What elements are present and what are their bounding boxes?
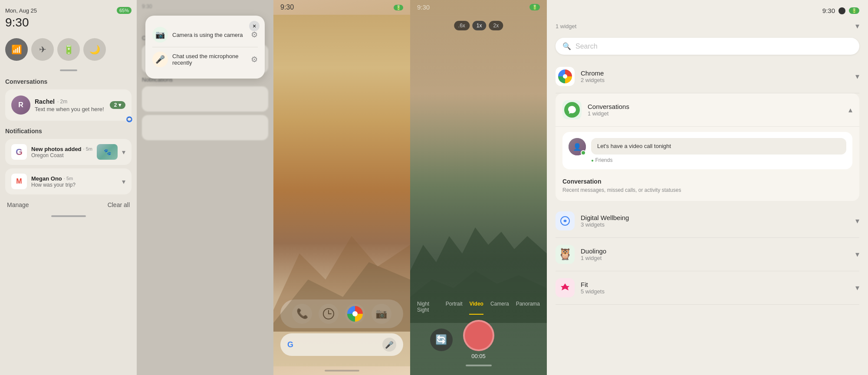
chrome-chevron-icon[interactable]: ▾	[855, 72, 859, 81]
zoom-06x[interactable]: .6x	[454, 21, 470, 30]
fit-widget-item[interactable]: Fit 5 widgets ▾	[556, 271, 859, 305]
avatar-rachel: R 💬	[11, 95, 30, 115]
notification-panel: Mon, Aug 25 65% 9:30 📶 ✈ 🔋 🌙 Conversatio…	[0, 0, 137, 375]
home-time: 9:30	[280, 3, 294, 11]
prev-widget-label: 1 widget	[556, 23, 576, 30]
camera-flip-button[interactable]: 🔄	[430, 329, 453, 351]
camera-mode-tabs: Night Sight Portrait Video Camera Panora…	[417, 299, 540, 315]
preview-message-content: Let's have a video call tonight ● Friend…	[591, 138, 846, 163]
camera-permission-text: Camera is using the camera	[172, 32, 247, 38]
duolingo-chevron-icon[interactable]: ▾	[855, 250, 859, 259]
zoom-1x[interactable]: 1x	[472, 21, 487, 30]
camera-shutter-controls: 🔄 00:05	[417, 320, 540, 359]
camera-status-bar: 9:30 🔋	[410, 0, 547, 14]
google-g-icon: G	[287, 340, 293, 349]
mountain-svg	[273, 201, 410, 332]
preview-message-bubble: Let's have a video call tonight	[591, 138, 846, 155]
home-status-bar: 9:30 🔋	[273, 0, 410, 15]
conversations-app-name: Conversations	[588, 103, 629, 110]
home-search-bar[interactable]: G 🎤	[280, 333, 403, 356]
chrome-item-left: Chrome 2 widgets	[556, 67, 605, 86]
panorama-mode[interactable]: Panorama	[516, 299, 540, 315]
wellbeing-app-icon	[556, 211, 575, 230]
message-preview: Text me when you get here!	[35, 106, 105, 112]
digital-wellbeing-widget-item[interactable]: Digital Wellbeing 3 widgets ▾	[556, 204, 859, 238]
photos-notification-content: New photos added · 5m Oregon Coast	[31, 146, 92, 158]
message-time: · 2m	[57, 99, 67, 105]
portrait-mode[interactable]: Portrait	[446, 299, 463, 315]
fit-widget-count: 5 widgets	[581, 288, 605, 295]
video-mode[interactable]: Video	[469, 299, 483, 315]
blurred-status: 9:30	[142, 3, 268, 10]
duolingo-app-icon: 🦉	[556, 245, 575, 264]
chrome-app-icon	[556, 67, 575, 86]
zoom-2x[interactable]: 2x	[489, 21, 503, 30]
status-date: Mon, Aug 25	[5, 7, 37, 14]
camera-permission-row: 📷 Camera is using the camera ⚙	[152, 23, 258, 47]
wellbeing-app-info: Digital Wellbeing 3 widgets	[581, 214, 629, 228]
duolingo-widget-item[interactable]: 🦉 Duolingo 1 widget ▾	[556, 238, 859, 271]
fit-chevron-icon[interactable]: ▾	[855, 283, 859, 293]
fit-app-info: Fit 5 widgets	[581, 281, 605, 295]
camera-panel: 9:30 🔋 .6x 1x 2x Night Sight Portrait Vi…	[410, 0, 547, 375]
notification-gmail[interactable]: M Megan Ono · 5m How was your trip? ▾	[5, 168, 132, 194]
conv-msg-icon	[564, 102, 580, 118]
shutter-button[interactable]	[463, 320, 494, 351]
contact-name: Rachel	[35, 98, 55, 105]
conversations-app-icon	[562, 100, 582, 119]
wellbeing-icon-svg	[559, 215, 571, 227]
home-wallpaper: 📞 📷 G 🎤	[273, 15, 410, 366]
home-bottom-handle	[325, 370, 359, 372]
photos-chevron[interactable]: ▾	[122, 148, 125, 156]
quick-toggles: 📶 ✈ 🔋 🌙	[5, 38, 132, 61]
camera-bottom-handle	[466, 365, 492, 366]
status-bar-panel1: Mon, Aug 25 65%	[5, 7, 132, 14]
gmail-chevron[interactable]: ▾	[122, 178, 125, 186]
chrome-app-info: Chrome 2 widgets	[581, 69, 605, 83]
cam-status-icons: 🔋	[529, 4, 540, 10]
widget-status-bar: 9:30 🔋	[556, 7, 859, 14]
wifi-toggle[interactable]: 📶	[5, 38, 28, 61]
manage-button[interactable]: Manage	[7, 201, 29, 208]
photos-notif-title: New photos added	[31, 146, 82, 152]
wellbeing-item-left: Digital Wellbeing 3 widgets	[556, 211, 629, 230]
permission-popup: × 📷 Camera is using the camera ⚙ 🎤 Chat …	[145, 16, 265, 79]
widget-battery: 🔋	[849, 7, 859, 14]
wellbeing-chevron-icon[interactable]: ▾	[855, 216, 859, 226]
wifi-icon: 📶	[11, 44, 22, 55]
camera-mode[interactable]: Camera	[490, 299, 509, 315]
fit-app-name: Fit	[581, 281, 605, 288]
shutter-wrapper: 00:05	[463, 320, 494, 359]
conversations-chevron-icon[interactable]: ▴	[848, 105, 852, 115]
mic-search-button[interactable]: 🎤	[382, 338, 396, 352]
widget-header: 9:30 🔋	[547, 0, 868, 18]
conversations-preview-card: 👤 Let's have a video call tonight ● Frie…	[562, 132, 852, 169]
moon-icon: 🌙	[89, 44, 100, 55]
clear-all-button[interactable]: Clear all	[108, 201, 130, 208]
zoom-controls: .6x 1x 2x	[454, 21, 503, 30]
home-battery: 🔋	[394, 5, 403, 10]
notifications-section-title: Notifications	[5, 128, 132, 135]
blurred-notif-card-2	[142, 115, 268, 140]
airplane-toggle[interactable]: ✈	[31, 38, 54, 61]
battery-saver-toggle[interactable]: 🔋	[57, 38, 80, 61]
night-sight-mode[interactable]: Night Sight	[417, 299, 439, 315]
fit-icon-svg	[559, 282, 571, 294]
chrome-widget-item[interactable]: Chrome 2 widgets ▾	[556, 60, 859, 93]
camera-settings-button[interactable]: ⚙	[251, 30, 258, 39]
conv-desc-text: Recent messages, missed calls, or activi…	[562, 187, 852, 194]
recording-timer: 00:05	[471, 353, 486, 359]
notification-photos[interactable]: G New photos added · 5m Oregon Coast 🐾 ▾	[5, 139, 132, 165]
conversations-header[interactable]: Conversations 1 widget ▴	[556, 93, 859, 127]
widget-search-bar[interactable]: 🔍 Search	[556, 38, 859, 55]
conversation-card-rachel[interactable]: R 💬 Rachel · 2m Text me when you get her…	[5, 89, 132, 121]
popup-close-button[interactable]: ×	[249, 21, 260, 31]
search-widget-icon: 🔍	[562, 42, 571, 50]
prev-widget-chevron[interactable]: ▾	[855, 21, 859, 31]
mic-settings-button[interactable]: ⚙	[251, 55, 258, 64]
photos-notif-subtitle: Oregon Coast	[31, 152, 92, 158]
blurred-notif-section: Notifications	[142, 76, 268, 140]
dark-mode-toggle[interactable]: 🌙	[83, 38, 106, 61]
fit-item-left: Fit 5 widgets	[556, 278, 605, 297]
gmail-icon: M	[11, 174, 27, 189]
